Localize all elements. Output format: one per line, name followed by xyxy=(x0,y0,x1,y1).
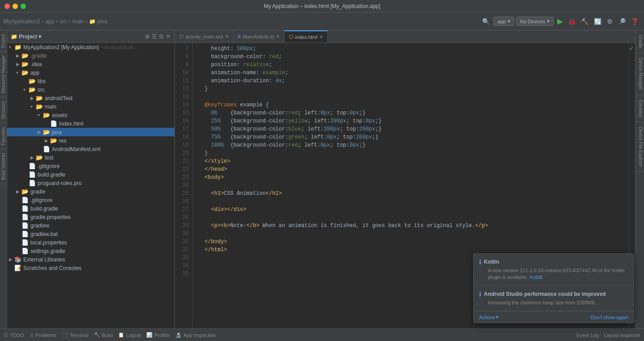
status-app-inspection[interactable]: 🔬 App Inspection xyxy=(175,332,216,338)
terminal-icon: ⬛ xyxy=(62,332,68,338)
right-tab-device-manager[interactable]: Device Manager xyxy=(636,53,644,95)
tree-item-src[interactable]: ▾ 📂 src xyxy=(7,85,174,94)
breadcrumb-app[interactable]: app xyxy=(45,18,54,25)
tree-item-java[interactable]: ▶ 📂 java xyxy=(7,128,174,136)
sync-button[interactable]: 🔄 xyxy=(592,17,603,26)
event-log-label: Event Log xyxy=(576,333,599,338)
profiler-icon: 📊 xyxy=(146,332,153,338)
tree-item-test[interactable]: ▶ 📂 test xyxy=(7,153,174,162)
notification-install-link[interactable]: Install xyxy=(530,274,542,280)
notification-actions-bar: Actions ▾ Don't show again xyxy=(474,311,634,323)
tree-item-androidmanifest[interactable]: ▶ 📄 AndroidManifest.xml xyxy=(7,145,174,153)
sidebar-tab-favorites[interactable]: Favorites xyxy=(0,123,7,149)
tree-item-gradle-folder[interactable]: ▶ 📂 .gradle xyxy=(7,51,174,60)
tab-close-mainactivity[interactable]: ✕ xyxy=(276,34,280,39)
sidebar-tab-structure[interactable]: Structure xyxy=(0,97,7,123)
minimize-button[interactable] xyxy=(13,4,18,9)
status-problems[interactable]: ⚠ Problems xyxy=(30,332,56,338)
status-build[interactable]: 🔨 Build xyxy=(94,332,113,338)
status-event-log[interactable]: Event Log xyxy=(576,333,599,338)
tree-item-proguard[interactable]: ▶ 📄 proguard-rules.pro xyxy=(7,179,174,187)
status-logcat[interactable]: 📋 Logcat xyxy=(118,332,141,338)
tree-item-gradleproperties[interactable]: ▶ 📄 gradle.properties xyxy=(7,213,174,221)
tree-item-gitignore-app[interactable]: ▶ 📄 .gitignore xyxy=(7,162,174,170)
status-terminal[interactable]: ⬛ Terminal xyxy=(62,332,89,338)
todo-icon: ☑ xyxy=(4,332,8,338)
terminal-label: Terminal xyxy=(70,333,89,338)
tree-item-gradle-root[interactable]: ▶ 📂 gradle xyxy=(7,187,174,196)
tree-item-app[interactable]: ▾ 📂 app xyxy=(7,68,174,77)
tree-item-external-libraries[interactable]: ▶ 📚 External Libraries xyxy=(7,255,174,264)
notification-kotlin-title: Kotlin xyxy=(484,259,499,265)
tree-item-assets[interactable]: ▾ 📂 assets xyxy=(7,111,174,119)
run-button[interactable]: ▶ xyxy=(555,16,564,26)
notification-performance-header: ℹ Android Studio performance could be im… xyxy=(479,290,628,298)
status-profiler[interactable]: 📊 Profiler xyxy=(146,332,170,338)
check-icon: ✓ xyxy=(629,45,634,52)
window-title: My Application – index.html [My_Applicat… xyxy=(264,3,380,9)
status-layout-inspector[interactable]: Layout Inspector xyxy=(604,333,640,338)
left-side-tabs: Project Resource Manager Structure Favor… xyxy=(0,30,7,328)
breadcrumb-java[interactable]: 📁 java xyxy=(89,18,107,25)
tree-item-main[interactable]: ▾ 📂 main xyxy=(7,102,174,111)
traffic-lights xyxy=(4,4,26,9)
tree-item-buildgradle-root[interactable]: ▶ 📄 build.gradle xyxy=(7,204,174,213)
panel-add-icon[interactable]: ⊕ xyxy=(145,33,150,40)
debug-button[interactable]: 🐞 xyxy=(566,17,577,26)
tree-item-buildgradle-app[interactable]: ▶ 📄 build.gradle xyxy=(7,170,174,179)
close-button[interactable] xyxy=(4,4,10,9)
build-label: Build xyxy=(102,333,113,338)
project-panel: 📁 Project ▾ ⊕ ☰ ⚙ ✕ ▾ 📁 MyApplication2 [… xyxy=(7,30,175,328)
tree-item-libs[interactable]: ▶ 📂 libs xyxy=(7,77,174,85)
search-icon[interactable]: 🔍 xyxy=(480,17,491,26)
sidebar-tab-build-variants[interactable]: Build Variants xyxy=(0,149,7,184)
toolbar: MyApplication2 › app › src › main › 📁 ja… xyxy=(0,13,644,30)
status-todo[interactable]: ☑ TODO xyxy=(4,332,24,338)
tree-item-gradlew[interactable]: ▶ 📄 gradlew xyxy=(7,221,174,230)
tree-item-myapplication2[interactable]: ▾ 📁 MyApplication2 [My Application] ~/An… xyxy=(7,43,174,51)
dont-show-again-button[interactable]: Don't show again xyxy=(591,315,628,320)
panel-close-icon[interactable]: ✕ xyxy=(166,33,171,40)
right-tab-emulator[interactable]: Emulator xyxy=(636,95,644,122)
help-icon[interactable]: ❓ xyxy=(629,17,640,26)
settings-icon[interactable]: ⚙ xyxy=(605,17,614,26)
app-label: app xyxy=(497,19,505,24)
tree-item-settingsgradle[interactable]: ▶ 📄 settings.gradle xyxy=(7,247,174,255)
logcat-icon: 📋 xyxy=(118,332,124,338)
sidebar-tab-project[interactable]: Project xyxy=(0,30,7,52)
tree-item-gradlew-bat[interactable]: ▶ 📄 gradlew.bat xyxy=(7,230,174,238)
tree-item-gitignore-root[interactable]: ▶ 📄 .gitignore xyxy=(7,196,174,204)
app-selector[interactable]: app ▾ xyxy=(493,17,514,26)
breadcrumb-project[interactable]: MyApplication2 xyxy=(4,18,40,25)
tab-activity-main-xml[interactable]: ⬡ activity_main.xml ✕ xyxy=(175,30,233,42)
tree-item-res[interactable]: ▶ 📂 res xyxy=(7,136,174,145)
tree-item-index-html[interactable]: ▶ 📄 index.html xyxy=(7,119,174,128)
tree-item-idea[interactable]: ▶ 📂 .idea xyxy=(7,60,174,68)
sidebar-tab-resource-manager[interactable]: Resource Manager xyxy=(0,52,7,97)
tab-bar: ⬡ activity_main.xml ✕ K MainActivity.kt … xyxy=(175,30,635,43)
notification-performance-body: Increasing the maximum heap size from 12… xyxy=(479,299,628,306)
tab-index-html[interactable]: ⬡ index.html ✕ xyxy=(284,30,328,42)
notification-kotlin-body: A new version 211-1.6.10-release-923-AS7… xyxy=(479,267,628,281)
info-icon: ℹ xyxy=(479,258,481,265)
title-bar: My Application – index.html [My_Applicat… xyxy=(0,0,644,13)
right-tab-device-file-explorer[interactable]: Device File Explorer xyxy=(636,122,644,172)
tree-item-localproperties[interactable]: ▶ 📄 local.properties xyxy=(7,238,174,247)
search-everywhere-icon[interactable]: 🔎 xyxy=(616,17,627,26)
right-tab-gradle[interactable]: Gradle xyxy=(636,30,644,53)
breadcrumb-main[interactable]: main xyxy=(72,18,84,25)
notification-kotlin: ℹ Kotlin A new version 211-1.6.10-releas… xyxy=(474,254,634,286)
tab-close-index-html[interactable]: ✕ xyxy=(319,34,323,39)
no-devices-selector[interactable]: No Devices ▾ xyxy=(516,17,554,26)
tree-item-androidtest[interactable]: ▶ 📂 androidTest xyxy=(7,94,174,102)
breadcrumb-src[interactable]: src xyxy=(59,18,67,25)
tree-item-scratches[interactable]: ▶ 📝 Scratches and Consoles xyxy=(7,264,174,272)
tab-close-activity-main[interactable]: ✕ xyxy=(225,34,229,39)
panel-settings-icon[interactable]: ⚙ xyxy=(159,33,164,40)
maximize-button[interactable] xyxy=(21,4,26,9)
actions-button[interactable]: Actions ▾ xyxy=(479,314,499,320)
build-button[interactable]: 🔨 xyxy=(579,17,590,26)
panel-collapse-icon[interactable]: ☰ xyxy=(152,33,157,40)
problems-label: Problems xyxy=(36,333,56,338)
tab-mainactivity-kt[interactable]: K MainActivity.kt ✕ xyxy=(233,30,284,42)
